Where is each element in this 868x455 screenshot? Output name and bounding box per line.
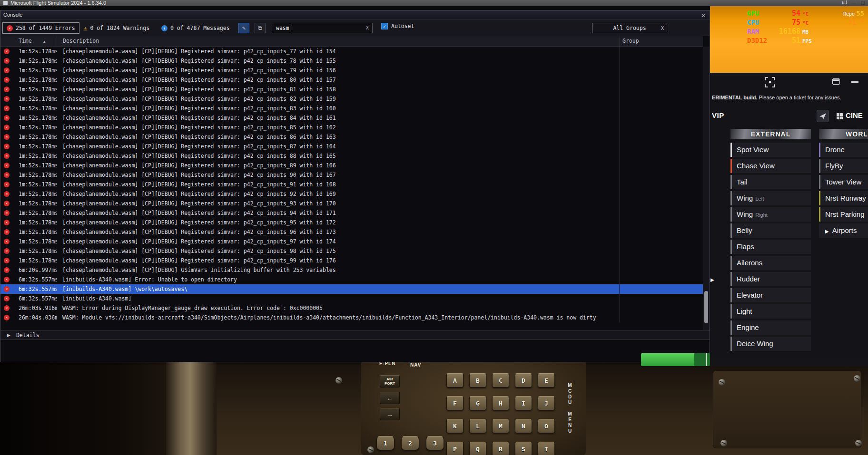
- log-row[interactable]: ✕1m:52s.178ms[chaseplanemodule.wasm] [CP…: [0, 180, 703, 189]
- mcdu-key-a[interactable]: A: [446, 373, 464, 387]
- mcdu-key-1[interactable]: 1: [376, 436, 395, 450]
- mcdu-key-f[interactable]: F: [446, 396, 464, 410]
- camera-item-tail[interactable]: Tail: [730, 175, 811, 189]
- search-clear-button[interactable]: X: [366, 25, 369, 30]
- camera-item-spot-view[interactable]: Spot View: [730, 143, 811, 157]
- panel-collapse-arrow-icon[interactable]: ▶: [710, 277, 714, 282]
- camera-item-wing[interactable]: WingRight: [730, 207, 811, 222]
- autoset-checkbox[interactable]: ✓: [381, 23, 388, 29]
- panel-minimize-icon[interactable]: [851, 81, 858, 83]
- mcdu-key-n[interactable]: N: [515, 419, 532, 433]
- aircraft-icon-button[interactable]: [817, 110, 829, 122]
- log-row[interactable]: ✕26m:03s.916msWASM: Error during Display…: [0, 303, 703, 313]
- mcdu-key-s[interactable]: S: [515, 442, 532, 455]
- column-description[interactable]: Description: [57, 36, 619, 46]
- tab-vip[interactable]: VIP: [712, 111, 724, 119]
- mcdu-key-l[interactable]: L: [469, 419, 486, 433]
- camera-item-deice-wing[interactable]: Deice Wing: [730, 337, 811, 351]
- log-row[interactable]: ✕6m:32s.557ms[inibuilds-A340.wasm]: [0, 294, 703, 303]
- camera-item-nrst-parking[interactable]: Nrst Parking: [819, 207, 868, 222]
- log-row[interactable]: ✕1m:52s.178ms[chaseplanemodule.wasm] [CP…: [0, 208, 703, 218]
- log-row[interactable]: ✕6m:32s.557ms[inibuilds-A340.wasm] \work…: [0, 284, 703, 294]
- minimize-window-button[interactable]: —: [852, 0, 857, 5]
- log-row[interactable]: ✕26m:04s.036msWASM: Module vfs://inibuil…: [0, 313, 703, 322]
- log-row[interactable]: ✕6m:20s.997ms[chaseplanemodule.wasm] [CP…: [0, 265, 703, 275]
- groups-dropdown[interactable]: All Groups X: [592, 23, 667, 33]
- mcdu-key-airport[interactable]: AIRPORT: [380, 375, 400, 387]
- column-group[interactable]: Group: [619, 36, 703, 46]
- camera-focus-icon[interactable]: [764, 77, 776, 90]
- console-close-icon[interactable]: ✕: [701, 11, 706, 20]
- mcdu-key-h[interactable]: H: [492, 396, 509, 410]
- log-row[interactable]: ✕1m:52s.178ms[chaseplanemodule.wasm] [CP…: [0, 246, 703, 256]
- log-row[interactable]: ✕1m:52s.178ms[chaseplanemodule.wasm] [CP…: [0, 189, 703, 199]
- mcdu-key-e[interactable]: E: [538, 373, 555, 387]
- column-time[interactable]: Time▲: [13, 36, 57, 46]
- camera-item-drone[interactable]: Drone: [819, 143, 868, 157]
- camera-item-rudder[interactable]: Rudder: [730, 272, 811, 286]
- mcdu-key-right-arrow[interactable]: →: [380, 408, 400, 420]
- log-row[interactable]: ✕6m:32s.557ms[inibuilds-A340.wasm] Error…: [0, 275, 703, 284]
- log-row[interactable]: ✕1m:52s.178ms[chaseplanemodule.wasm] [CP…: [0, 113, 703, 123]
- log-row[interactable]: ✕1m:52s.178ms[chaseplanemodule.wasm] [CP…: [0, 47, 703, 56]
- mcdu-key-c[interactable]: C: [492, 373, 509, 387]
- camera-item-wing[interactable]: WingLeft: [730, 191, 811, 205]
- mcdu-key-r[interactable]: R: [492, 442, 509, 455]
- mcdu-key-3[interactable]: 3: [426, 436, 444, 450]
- mcdu-key-t[interactable]: T: [538, 442, 555, 455]
- log-row[interactable]: ✕1m:52s.178ms[chaseplanemodule.wasm] [CP…: [0, 142, 703, 151]
- camera-item-chase-view[interactable]: Chase View: [730, 159, 811, 173]
- log-row[interactable]: ✕1m:52s.178ms[chaseplanemodule.wasm] [CP…: [0, 132, 703, 142]
- camera-item-elevator[interactable]: Elevator: [730, 288, 811, 302]
- mcdu-key-p[interactable]: P: [446, 442, 464, 455]
- log-row[interactable]: ✕1m:52s.178ms[chaseplanemodule.wasm] [CP…: [0, 199, 703, 208]
- log-row[interactable]: ✕1m:52s.178ms[chaseplanemodule.wasm] [CP…: [0, 170, 703, 180]
- log-row[interactable]: ✕1m:52s.178ms[chaseplanemodule.wasm] [CP…: [0, 227, 703, 237]
- mcdu-key-d[interactable]: D: [515, 373, 532, 387]
- camera-item-flaps[interactable]: Flaps: [730, 240, 811, 254]
- edit-log-button[interactable]: ✎: [238, 23, 249, 33]
- log-row[interactable]: ✕1m:52s.178ms[chaseplanemodule.wasm] [CP…: [0, 237, 703, 246]
- search-input[interactable]: wasm X: [272, 23, 373, 33]
- panel-window-icon[interactable]: [832, 78, 840, 85]
- details-expander[interactable]: ▶ Details: [0, 330, 710, 340]
- groups-clear-button[interactable]: X: [661, 26, 664, 31]
- log-row[interactable]: ✕1m:52s.178ms[chaseplanemodule.wasm] [CP…: [0, 66, 703, 75]
- log-row[interactable]: ✕1m:52s.178ms[chaseplanemodule.wasm] [CP…: [0, 104, 703, 113]
- camera-item-belly[interactable]: Belly: [730, 223, 811, 238]
- mcdu-key-b[interactable]: B: [469, 373, 486, 387]
- mcdu-key-left-arrow[interactable]: ←: [380, 392, 400, 404]
- mcdu-key-q[interactable]: Q: [469, 442, 486, 455]
- copy-log-button[interactable]: ⧉: [255, 23, 266, 33]
- mcdu-key-i[interactable]: I: [515, 396, 532, 410]
- maximize-window-button[interactable]: ▢: [861, 0, 865, 5]
- camera-item-ailerons[interactable]: Ailerons: [730, 256, 811, 270]
- errors-filter-button[interactable]: ✕ 258 of 1449 Errors: [2, 22, 79, 34]
- log-row[interactable]: ✕1m:52s.178ms[chaseplanemodule.wasm] [CP…: [0, 75, 703, 85]
- camera-item-airports[interactable]: ▶Airports: [819, 223, 868, 238]
- camera-item-flyby[interactable]: FlyBy: [819, 159, 868, 173]
- camera-item-tower-view[interactable]: Tower View: [819, 175, 868, 189]
- mcdu-key-2[interactable]: 2: [401, 436, 419, 450]
- camera-item-engine[interactable]: Engine: [730, 320, 811, 335]
- log-row[interactable]: ✕1m:52s.178ms[chaseplanemodule.wasm] [CP…: [0, 123, 703, 132]
- tab-cinematic[interactable]: CINE: [846, 111, 863, 119]
- log-row[interactable]: ✕1m:52s.178ms[chaseplanemodule.wasm] [CP…: [0, 94, 703, 104]
- messages-filter-button[interactable]: i 0 of 4787 Messages: [158, 22, 234, 34]
- log-row[interactable]: ✕1m:52s.178ms[chaseplanemodule.wasm] [CP…: [0, 85, 703, 94]
- log-row[interactable]: ✕1m:52s.178ms[chaseplanemodule.wasm] [CP…: [0, 161, 703, 170]
- green-toolbar-button[interactable]: [641, 353, 710, 366]
- console-titlebar[interactable]: Console ✕: [0, 10, 710, 20]
- camera-item-nrst-runway[interactable]: Nrst Runway: [819, 191, 868, 205]
- log-row[interactable]: ✕1m:52s.178ms[chaseplanemodule.wasm] [CP…: [0, 56, 703, 66]
- scrollbar-thumb[interactable]: [704, 291, 708, 323]
- warnings-filter-button[interactable]: ⚠ 0 of 1824 Warnings: [79, 22, 153, 34]
- mcdu-key-k[interactable]: K: [446, 419, 464, 433]
- log-row[interactable]: ✕1m:52s.178ms[chaseplanemodule.wasm] [CP…: [0, 151, 703, 161]
- log-row[interactable]: ✕1m:52s.178ms[chaseplanemodule.wasm] [CP…: [0, 256, 703, 265]
- mcdu-key-o[interactable]: O: [538, 419, 555, 433]
- log-row[interactable]: ✕1m:52s.178ms[chaseplanemodule.wasm] [CP…: [0, 218, 703, 227]
- mcdu-key-g[interactable]: G: [469, 396, 486, 410]
- mcdu-key-j[interactable]: J: [538, 396, 555, 410]
- camera-item-light[interactable]: Light: [730, 304, 811, 319]
